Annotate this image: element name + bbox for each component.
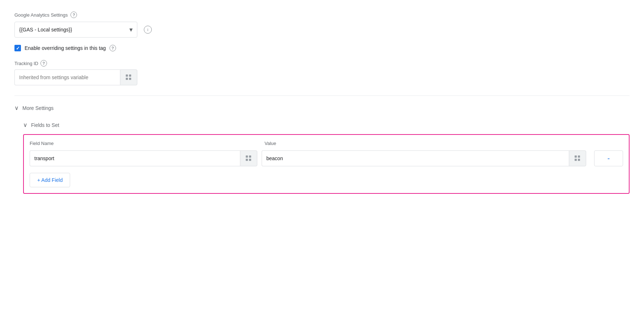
fields-to-set-chevron-icon: ∨	[23, 121, 27, 128]
brick-icon	[126, 74, 132, 80]
fields-to-set-label: Fields to Set	[31, 122, 59, 128]
tracking-id-help-icon[interactable]: ?	[40, 60, 47, 67]
fields-to-set-container: Field Name Value - + Add Field	[23, 134, 630, 194]
col-field-name-header: Field Name	[30, 141, 265, 146]
ga-settings-label: Google Analytics Settings	[14, 12, 68, 18]
more-settings-header[interactable]: ∨ More Settings	[14, 104, 630, 111]
more-settings-label: More Settings	[22, 105, 53, 111]
value-input-group	[262, 150, 586, 166]
add-field-button[interactable]: + Add Field	[30, 173, 70, 187]
ga-settings-info-icon[interactable]: i	[144, 26, 152, 34]
tracking-id-label-row: Tracking ID ?	[14, 60, 630, 67]
checkmark-icon: ✓	[16, 46, 20, 51]
fields-columns-header: Field Name Value	[30, 141, 623, 146]
col-value-header: Value	[265, 141, 623, 146]
google-analytics-settings-section: Google Analytics Settings ? {{GAS - Loca…	[14, 12, 630, 85]
remove-field-button[interactable]: -	[594, 150, 623, 166]
value-input[interactable]	[262, 150, 569, 166]
enable-override-label: Enable overriding settings in this tag	[25, 45, 106, 51]
value-brick-icon	[575, 155, 580, 161]
field-name-input-group	[30, 150, 257, 166]
tracking-id-brick-button[interactable]	[120, 69, 137, 85]
ga-settings-dropdown-row: {{GAS - Local settings}} ▾ i	[14, 22, 630, 38]
enable-override-row: ✓ Enable overriding settings in this tag…	[14, 45, 630, 51]
enable-override-checkbox[interactable]: ✓	[14, 45, 21, 51]
tracking-id-label: Tracking ID	[14, 61, 38, 66]
tracking-id-section: Tracking ID ?	[14, 60, 630, 85]
tracking-id-input-group	[14, 69, 137, 85]
table-row: -	[30, 150, 623, 166]
enable-override-help-icon[interactable]: ?	[110, 45, 116, 51]
ga-settings-label-row: Google Analytics Settings ?	[14, 12, 630, 18]
add-field-label: + Add Field	[37, 177, 63, 183]
ga-settings-dropdown-value: {{GAS - Local settings}}	[19, 27, 72, 33]
fields-to-set-header[interactable]: ∨ Fields to Set	[23, 121, 630, 128]
field-name-input[interactable]	[30, 150, 240, 166]
ga-settings-dropdown[interactable]: {{GAS - Local settings}} ▾	[14, 22, 137, 38]
value-brick-button[interactable]	[569, 150, 586, 166]
field-name-brick-button[interactable]	[240, 150, 257, 166]
remove-icon: -	[607, 154, 610, 163]
more-settings-chevron-icon: ∨	[14, 104, 19, 111]
ga-settings-help-icon[interactable]: ?	[70, 12, 77, 18]
dropdown-arrow-icon: ▾	[129, 26, 133, 34]
section-divider	[14, 95, 630, 96]
tracking-id-input[interactable]	[14, 69, 120, 85]
field-name-brick-icon	[246, 155, 252, 161]
